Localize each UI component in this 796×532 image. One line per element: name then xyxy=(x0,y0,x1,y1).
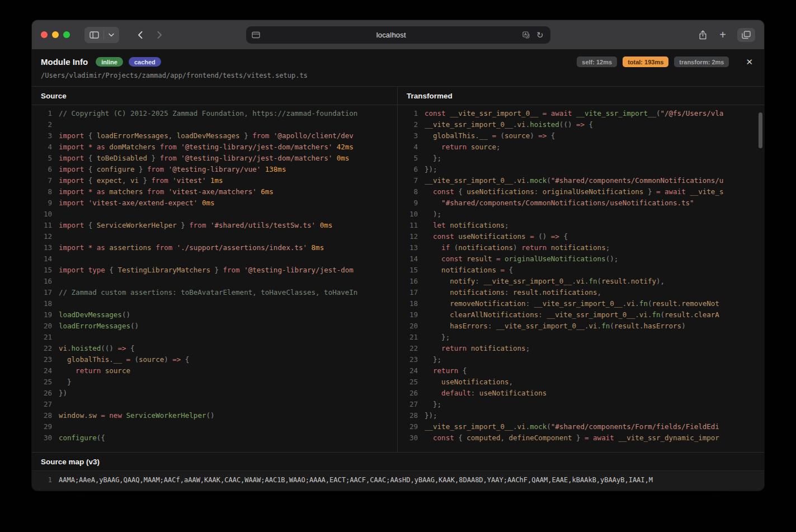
scrollbar-thumb[interactable] xyxy=(759,112,762,148)
zoom-window-button[interactable] xyxy=(63,31,70,38)
new-tab-button[interactable]: + xyxy=(718,28,727,41)
code-line: 14 xyxy=(32,253,397,265)
line-number: 4 xyxy=(32,142,59,153)
reload-icon: ↻ xyxy=(536,31,544,39)
line-number: 10 xyxy=(398,209,425,220)
line-number: 23 xyxy=(32,354,59,365)
code-line: 28window.sw = new ServiceWorkerHelper() xyxy=(32,410,397,421)
line-number: 6 xyxy=(32,164,59,175)
sourcemap-title: Source map (v3) xyxy=(32,453,764,470)
chevron-down-icon xyxy=(109,33,114,37)
line-number: 21 xyxy=(398,332,425,343)
transformed-pane-title: Transformed xyxy=(398,87,764,105)
line-number: 30 xyxy=(32,432,59,444)
close-panel-button[interactable]: ✕ xyxy=(743,57,755,67)
code-line: 17// Zammad custom assertions: toBeAvata… xyxy=(32,287,397,298)
line-number: 18 xyxy=(32,298,59,309)
url-text: localhost xyxy=(260,31,522,39)
code-line: 21 }; xyxy=(398,332,764,343)
line-number: 11 xyxy=(32,220,59,231)
code-line: 4import * as domMatchers from '@testing-… xyxy=(32,142,397,153)
code-line: 20loadErrorMessages() xyxy=(32,321,397,332)
line-number: 1 xyxy=(398,108,425,119)
line-number: 30 xyxy=(398,432,425,444)
line-number: 11 xyxy=(398,220,425,231)
reload-button[interactable]: ↻ xyxy=(535,30,545,40)
code-line: 11import { ServiceWorkerHelper } from '#… xyxy=(32,220,397,231)
close-window-button[interactable] xyxy=(41,31,48,38)
code-line: 14 const result = originalUseNotificatio… xyxy=(398,253,764,265)
line-number: 12 xyxy=(398,231,425,242)
code-line: 15import type { TestingLibraryMatchers }… xyxy=(32,265,397,276)
line-number: 2 xyxy=(398,119,425,130)
translate-icon[interactable] xyxy=(522,31,530,39)
line-number: 9 xyxy=(32,197,59,209)
sidebar-toggle-button[interactable] xyxy=(84,27,119,43)
page-settings-icon[interactable] xyxy=(252,31,260,39)
code-line: 16 notify: __vite_ssr_import_0__.vi.fn(r… xyxy=(398,276,764,287)
code-line: 30 const { computed, defineComponent } =… xyxy=(398,432,764,444)
line-number: 7 xyxy=(398,175,425,186)
sourcemap-strip[interactable]: 1 AAMA;AAeA,yBAAG,QAAQ,MAAM;AACf,aAAW,KA… xyxy=(32,470,764,491)
source-pane: Source 1// Copyright (C) 2012-2025 Zamma… xyxy=(32,87,397,452)
code-line: 30configure({ xyxy=(32,432,397,444)
line-number: 8 xyxy=(32,186,59,197)
code-line: 7__vite_ssr_import_0__.vi.mock("#shared/… xyxy=(398,175,764,186)
line-number: 5 xyxy=(32,153,59,164)
code-line: 19loadDevMessages() xyxy=(32,309,397,321)
divider xyxy=(103,30,104,39)
timing-transform-badge: transform: 2ms xyxy=(674,57,729,67)
sourcemap-mappings: AAMA;AAeA,yBAAG,QAAQ,MAAM;AACf,aAAW,KAAK… xyxy=(59,476,653,484)
desktop-background: localhost ↻ xyxy=(0,0,796,532)
code-line: 20 hasErrors: __vite_ssr_import_0__.vi.f… xyxy=(398,321,764,332)
code-line: 29 xyxy=(32,421,397,432)
line-number: 22 xyxy=(398,343,425,354)
sourcemap-section: Source map (v3) 1 AAMA;AAeA,yBAAG,QAAQ,M… xyxy=(32,452,764,491)
code-line: 22 return notifications; xyxy=(398,343,764,354)
code-line: 15 notifications = { xyxy=(398,265,764,276)
line-number: 4 xyxy=(398,142,425,153)
code-line: 26}) xyxy=(32,388,397,399)
code-line: 10 ); xyxy=(398,209,764,220)
code-line: 25 } xyxy=(32,376,397,388)
share-icon xyxy=(699,30,707,40)
code-line: 23 }; xyxy=(398,354,764,365)
share-button[interactable] xyxy=(698,29,708,41)
line-number: 26 xyxy=(32,388,59,399)
code-line: 2__vite_ssr_import_0__.vi.hoisted(() => … xyxy=(398,119,764,130)
line-number: 22 xyxy=(32,343,59,354)
code-line: 3import { loadErrorMessages, loadDevMess… xyxy=(32,130,397,142)
line-number: 13 xyxy=(32,242,59,253)
line-number: 5 xyxy=(398,153,425,164)
tabs-overview-button[interactable] xyxy=(737,28,755,42)
line-number: 13 xyxy=(398,242,425,253)
timing-total-badge: total: 193ms xyxy=(623,57,668,67)
code-line: 23 globalThis.__ = (source) => { xyxy=(32,354,397,365)
line-number: 16 xyxy=(398,276,425,287)
line-number: 18 xyxy=(398,298,425,309)
forward-button[interactable] xyxy=(156,30,164,40)
line-number: 21 xyxy=(32,332,59,343)
code-line: 7import { expect, vi } from 'vitest' 1ms xyxy=(32,175,397,186)
source-code-view[interactable]: 1// Copyright (C) 2012-2025 Zammad Found… xyxy=(32,105,397,452)
code-line: 25 useNotifications, xyxy=(398,376,764,388)
code-line: 12 xyxy=(32,231,397,242)
code-line: 13import * as assertions from './support… xyxy=(32,242,397,253)
code-line: 6import { configure } from '@testing-lib… xyxy=(32,164,397,175)
line-number: 27 xyxy=(32,399,59,410)
transformed-pane: Transformed 1const __vite_ssr_import_0__… xyxy=(397,87,764,452)
module-info-header: Module Info inline cached self: 12ms tot… xyxy=(32,49,764,86)
code-line: 29__vite_ssr_import_0__.vi.mock("#shared… xyxy=(398,421,764,432)
transformed-code-view[interactable]: 1const __vite_ssr_import_0__ = await __v… xyxy=(398,105,764,452)
line-number: 3 xyxy=(32,130,59,142)
code-line: 21 xyxy=(32,332,397,343)
code-line: 16 xyxy=(32,276,397,287)
code-line: 9import 'vitest-axe/extend-expect' 0ms xyxy=(32,197,397,209)
line-number: 25 xyxy=(398,376,425,388)
code-line: 1const __vite_ssr_import_0__ = await __v… xyxy=(398,108,764,119)
address-bar[interactable]: localhost ↻ xyxy=(246,26,550,44)
code-line: 3 globalThis.__ = (source) => { xyxy=(398,130,764,142)
minimize-window-button[interactable] xyxy=(52,31,59,38)
back-button[interactable] xyxy=(136,30,144,40)
code-line: 10 xyxy=(32,209,397,220)
